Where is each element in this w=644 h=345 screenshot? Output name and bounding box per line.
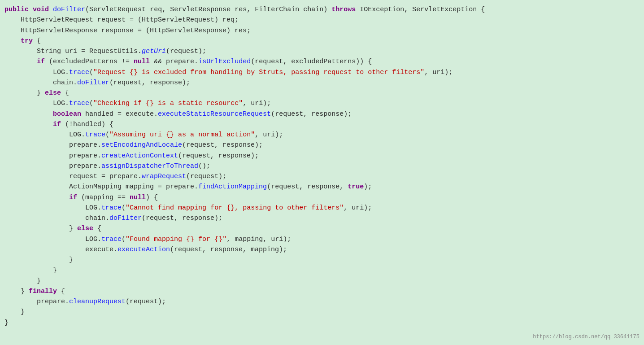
code-line-6: String uri = RequestUtils.getUri(request… — [4, 46, 635, 57]
code-line-18: request = prepare.wrapRequest(request); — [4, 171, 635, 182]
code-line-26: } — [4, 255, 635, 265]
code-line-5: try { — [4, 36, 635, 46]
code-line-22: chain.doFilter(request, response); — [4, 213, 635, 223]
code-line-20: if (mapping == null) { — [4, 192, 635, 203]
code-viewer: public void doFilter(ServletRequest req,… — [0, 0, 644, 345]
code-line-32: } — [4, 318, 635, 328]
code-line-15: prepare.setEncodingAndLocale(request, re… — [4, 140, 635, 150]
code-line-16: prepare.createActionContext(request, res… — [4, 151, 635, 161]
code-line-12: boolean handled = execute.executeStaticR… — [4, 109, 635, 119]
code-line-2: HttpServletRequest request = (HttpServle… — [4, 15, 635, 25]
code-line-10: } else { — [4, 88, 635, 98]
code-line-1: public void doFilter(ServletRequest req,… — [4, 4, 635, 15]
code-line-23: } else { — [4, 223, 635, 234]
code-line-24: LOG.trace("Found mapping {} for {}", map… — [4, 234, 635, 245]
code-line-25: execute.executeAction(request, response,… — [4, 245, 635, 255]
code-line-21: LOG.trace("Cannot find mapping for {}, p… — [4, 203, 635, 213]
code-line-17: prepare.assignDispatcherToThread(); — [4, 161, 635, 171]
code-line-28: } — [4, 276, 635, 286]
code-line-27: } — [4, 265, 635, 275]
code-line-9: chain.doFilter(request, response); — [4, 78, 635, 88]
code-line-13: if (!handled) { — [4, 119, 635, 130]
code-line-29: } finally { — [4, 286, 635, 297]
code-block: public void doFilter(ServletRequest req,… — [4, 4, 635, 328]
code-line-14: LOG.trace("Assuming uri {} as a normal a… — [4, 130, 635, 140]
code-line-7: if (excludedPatterns != null && prepare.… — [4, 57, 635, 67]
code-line-31: } — [4, 307, 635, 317]
watermark: https://blog.csdn.net/qq_33641175 — [533, 333, 640, 341]
code-line-3: HttpServletResponse response = (HttpServ… — [4, 26, 635, 36]
code-line-30: prepare.cleanupRequest(request); — [4, 297, 635, 307]
code-line-19: ActionMapping mapping = prepare.findActi… — [4, 182, 635, 192]
code-line-11: LOG.trace("Checking if {} is a static re… — [4, 98, 635, 109]
code-line-8: LOG.trace("Request {} is excluded from h… — [4, 67, 635, 78]
